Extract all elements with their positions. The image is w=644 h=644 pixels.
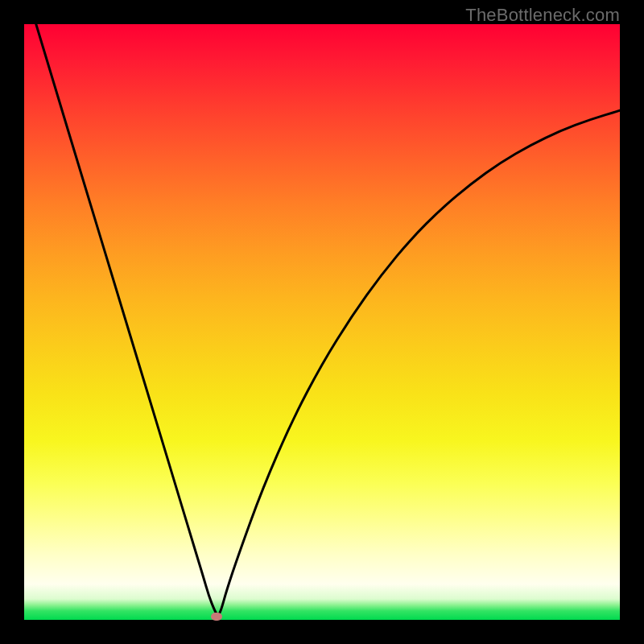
bottleneck-curve — [36, 24, 620, 614]
minimum-marker — [211, 613, 222, 621]
chart-frame: TheBottleneck.com — [0, 0, 644, 644]
curve-svg — [24, 24, 620, 620]
plot-area — [24, 24, 620, 620]
watermark-text: TheBottleneck.com — [465, 5, 620, 26]
